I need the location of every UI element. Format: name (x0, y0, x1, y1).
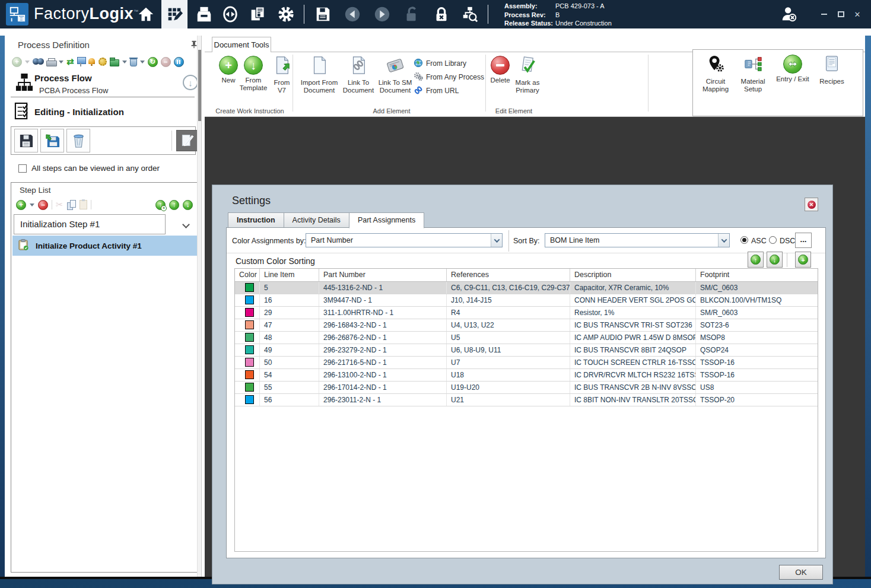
color-swatch[interactable] (245, 370, 254, 379)
maximize-button[interactable] (834, 8, 847, 20)
asc-radio[interactable] (740, 236, 748, 244)
color-swatch[interactable] (245, 345, 254, 354)
mark-as-primary-button[interactable]: Mark as Primary (510, 56, 545, 94)
tab-instruction[interactable]: Instruction (228, 212, 284, 228)
cut-icon[interactable]: ✂ (56, 199, 63, 210)
table-row[interactable]: 55296-17014-2-ND - 1U19-U20IC BUS TRANSC… (235, 382, 818, 394)
print-icon[interactable] (46, 58, 56, 66)
add-step-dropdown-icon[interactable] (30, 204, 34, 206)
print-dropdown-icon[interactable] (59, 61, 63, 63)
link-to-document-button[interactable]: Link To Document (338, 56, 379, 94)
import-from-document-button[interactable]: Import From Document (297, 56, 341, 94)
panel-scrollbar[interactable] (197, 36, 201, 577)
move-down-icon[interactable]: ↓ (183, 200, 193, 210)
chevron-down-icon[interactable] (182, 221, 190, 228)
entry-exit-button[interactable]: Entry / Exit (773, 55, 813, 83)
home-icon[interactable] (136, 5, 155, 24)
circuit-mapping-button[interactable]: Circuit Mapping (697, 55, 735, 93)
unlock-icon[interactable] (402, 5, 421, 24)
remove-step-icon[interactable]: – (38, 200, 48, 210)
recipes-button[interactable]: Recipes (814, 55, 850, 85)
color-assignments-select[interactable]: Part Number (306, 233, 503, 247)
color-swatch[interactable] (245, 358, 254, 367)
minimize-button[interactable] (818, 8, 831, 20)
sort-up-button[interactable]: ↑ (748, 252, 764, 268)
copy-icon[interactable] (67, 200, 76, 209)
color-swatch[interactable] (245, 295, 254, 304)
table-row[interactable]: 56296-23011-2-N - 1U21IC 8BIT NON-INV TR… (235, 394, 818, 406)
notification-icon[interactable] (88, 58, 96, 66)
configure-icon[interactable] (98, 58, 107, 66)
table-row[interactable]: 54296-13100-2-ND - 1U18IC DRVR/RCVR MLTC… (235, 369, 818, 382)
add-dropdown-icon[interactable] (25, 61, 30, 63)
col-line-item[interactable]: Line Item (260, 269, 319, 281)
remove-icon[interactable]: – (161, 57, 171, 67)
find-icon[interactable] (33, 58, 43, 65)
close-button[interactable]: ✕ (851, 8, 864, 20)
table-row[interactable]: 163M9447-ND - 1J10, J14-J15CONN HEADER V… (235, 294, 818, 307)
user-logout-icon[interactable] (778, 4, 800, 25)
dialog-close-button[interactable]: ✕ (805, 198, 818, 211)
save-icon[interactable] (313, 5, 332, 24)
more-options-button[interactable]: ... (795, 233, 812, 248)
refresh-icon[interactable]: ↻ (148, 57, 158, 67)
material-setup-button[interactable]: Material Setup (735, 55, 771, 93)
save-import-button[interactable] (40, 129, 64, 152)
delete-icon[interactable] (130, 59, 137, 66)
collapse-arrow-icon[interactable]: ↓ (183, 75, 198, 90)
production-icon[interactable] (195, 5, 214, 24)
color-swatch[interactable] (245, 383, 254, 392)
process-definition-icon[interactable] (161, 0, 187, 28)
table-row[interactable]: 50296-21716-5-ND - 1U7IC TOUCH SCREEN CT… (235, 357, 818, 369)
link-to-sm-document-button[interactable]: Link To SM Document (374, 56, 416, 94)
table-row[interactable]: 49296-23279-2-ND - 1U6, U8-U9, U11IC BUS… (235, 344, 818, 357)
tab-part-assignments[interactable]: Part Assignments (349, 212, 424, 228)
col-footprint[interactable]: Footprint (696, 269, 818, 281)
any-order-checkbox[interactable] (18, 164, 27, 173)
move-up-icon[interactable]: ↑ (169, 200, 179, 210)
from-url-link[interactable]: From URL (414, 85, 459, 96)
col-color[interactable]: Color (235, 269, 260, 281)
export-dropdown-icon[interactable] (122, 61, 127, 63)
process-search-icon[interactable] (460, 5, 479, 24)
settings-gear-icon[interactable] (276, 5, 295, 24)
reports-icon[interactable] (248, 5, 267, 24)
table-row[interactable]: 48296-26876-2-ND - 1U5IC AMP AUDIO PWR 1… (235, 332, 818, 344)
save-step-button[interactable] (14, 129, 38, 152)
color-swatch[interactable] (245, 395, 254, 404)
ok-button[interactable]: OK (779, 565, 823, 580)
color-swatch[interactable] (245, 283, 254, 292)
sort-down-button[interactable]: ↓ (767, 252, 783, 268)
add-color-button[interactable]: + (795, 252, 811, 268)
from-library-link[interactable]: From Library (414, 58, 466, 69)
from-any-process-link[interactable]: From Any Process (414, 72, 484, 82)
discard-trash-button[interactable] (66, 129, 90, 152)
export-icon[interactable] (110, 59, 119, 66)
step-name-input[interactable]: Initialization Step #1 (14, 214, 166, 234)
edit-document-button[interactable] (176, 130, 198, 151)
color-swatch[interactable] (245, 320, 254, 329)
activity-list-item[interactable]: Initialize Product Activity #1 (12, 236, 198, 256)
table-row[interactable]: 5445-1316-2-ND - 1C6, C9-C11, C13, C16-C… (235, 282, 818, 294)
table-row[interactable]: 47296-16843-2-ND - 1U4, U13, U22IC BUS T… (235, 319, 818, 332)
from-v7-button[interactable]: From V7 (263, 56, 301, 94)
tab-document-tools[interactable]: Document Tools (212, 37, 271, 52)
signoff-icon[interactable] (77, 57, 85, 67)
dsc-radio[interactable] (769, 236, 777, 244)
col-part-number[interactable]: Part Number (319, 269, 447, 281)
col-references[interactable]: References (447, 269, 570, 281)
col-description[interactable]: Description (570, 269, 696, 281)
shuffle-icon[interactable]: ⇄ (66, 56, 74, 67)
lock-icon[interactable] (432, 5, 451, 24)
back-icon[interactable] (343, 5, 362, 24)
pause-icon[interactable] (174, 57, 184, 67)
delete-dropdown-icon[interactable] (140, 61, 145, 63)
table-row[interactable]: 29311-1.00HRTR-ND - 1R4Resistor, 1%SM/R_… (235, 307, 818, 319)
tab-activity-details[interactable]: Activity Details (284, 212, 349, 228)
scrollbar-thumb[interactable] (198, 50, 201, 121)
forward-icon[interactable] (373, 5, 392, 24)
color-swatch[interactable] (245, 308, 254, 317)
add-step-icon[interactable]: + (16, 200, 26, 210)
add-icon[interactable]: + (12, 57, 22, 67)
color-swatch[interactable] (245, 333, 254, 342)
